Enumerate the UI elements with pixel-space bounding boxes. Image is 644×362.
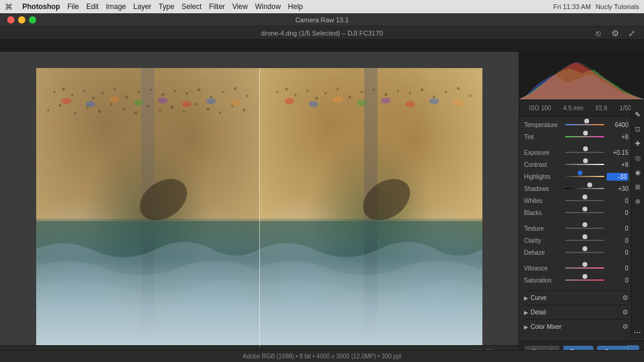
detail-section[interactable]: ▶ Detail ⚙ — [524, 305, 628, 319]
svg-point-32 — [219, 111, 221, 114]
tint-slider[interactable] — [565, 133, 604, 141]
layers-tool-button[interactable]: ⊞ — [632, 181, 644, 193]
photo-name: drone-4.dng (1/5 Selected) – DJI FC3170 — [261, 30, 383, 37]
svg-point-67 — [405, 101, 415, 107]
tint-value: +8 — [607, 134, 628, 140]
status-bar: Adobe RGB (1998) • 8 bit • 4000 x 3000 (… — [0, 350, 644, 362]
whites-slider[interactable] — [565, 196, 604, 205]
svg-point-36 — [86, 101, 95, 107]
traffic-lights — [7, 13, 36, 26]
vibrance-slider[interactable] — [565, 264, 604, 272]
edit-tool-button[interactable]: ✎ — [632, 108, 644, 120]
photo-before — [36, 68, 259, 346]
svg-point-58 — [433, 96, 435, 98]
menu-file[interactable]: File — [68, 2, 79, 11]
color-mixer-settings-icon[interactable]: ⚙ — [622, 323, 628, 331]
svg-point-20 — [74, 112, 77, 114]
svg-point-47 — [306, 90, 309, 92]
highlights-slider[interactable] — [565, 172, 604, 181]
svg-point-7 — [125, 95, 128, 98]
menu-help[interactable]: Help — [288, 2, 303, 11]
fullscreen-button[interactable] — [29, 16, 36, 23]
share-icon[interactable]: ⎋ — [592, 27, 604, 39]
tint-row: Tint +8 — [524, 133, 628, 141]
cameraraw-titlebar: drone-4.dng (1/5 Selected) – DJI FC3170 … — [0, 27, 644, 40]
status-text: Adobe RGB (1998) • 8 bit • 4000 x 3000 (… — [243, 353, 402, 360]
svg-point-68 — [429, 98, 439, 104]
svg-point-45 — [285, 87, 288, 90]
curve-label: Curve — [531, 295, 620, 301]
menu-view[interactable]: View — [232, 2, 248, 11]
svg-point-57 — [421, 88, 424, 91]
photo-split-divider[interactable] — [259, 68, 260, 346]
mask-tool-button[interactable]: ◎ — [632, 152, 644, 164]
menu-filter[interactable]: Filter — [209, 2, 225, 11]
shadows-slider[interactable] — [565, 184, 604, 193]
menu-window[interactable]: Window — [255, 2, 281, 11]
highlights-row: Highlights -33 — [524, 172, 628, 181]
photo-canvas[interactable] — [36, 68, 482, 346]
fullscreen-icon[interactable]: ⤢ — [626, 27, 638, 39]
contrast-label: Contrast — [524, 161, 563, 168]
texture-slider[interactable] — [565, 224, 604, 232]
svg-point-8 — [137, 91, 140, 93]
dehaze-slider[interactable] — [565, 248, 604, 257]
curve-settings-icon[interactable]: ⚙ — [622, 294, 628, 302]
svg-point-59 — [445, 91, 447, 93]
svg-point-66 — [381, 98, 391, 104]
svg-point-23 — [110, 103, 113, 105]
svg-point-29 — [183, 110, 185, 113]
clock: Fri 11:33 AM — [554, 3, 591, 10]
menubar: ⌘ Photoshop File Edit Image Layer Type S… — [0, 0, 644, 13]
texture-row: Texture 0 — [524, 224, 628, 232]
histogram — [519, 52, 644, 100]
app-title: Camera Raw 13.1 — [295, 16, 349, 23]
photo-wrapper: Fit (46.6%) 100% ☆ ☆ ☆ ☆ ☆ ⚑ — [0, 52, 519, 362]
crop-tool-button[interactable]: ⊡ — [632, 123, 644, 135]
menu-edit[interactable]: Edit — [86, 2, 99, 11]
svg-point-12 — [186, 92, 188, 95]
curve-section[interactable]: ▶ Curve ⚙ — [524, 290, 628, 305]
contrast-value: +8 — [607, 161, 628, 168]
menu-layer[interactable]: Layer — [133, 2, 151, 11]
svg-point-60 — [457, 87, 460, 90]
close-button[interactable] — [7, 16, 14, 23]
stamp-tool-button[interactable]: ⊗ — [632, 195, 644, 207]
svg-point-40 — [182, 101, 192, 107]
temperature-label: Temperature — [524, 122, 563, 128]
blacks-slider[interactable] — [565, 208, 604, 217]
apple-menu[interactable]: ⌘ — [5, 2, 13, 11]
svg-rect-70 — [259, 219, 482, 346]
menu-select[interactable]: Select — [182, 2, 201, 11]
highlights-label: Highlights — [524, 173, 563, 180]
color-mixer-section[interactable]: ▶ Color Mixer ⚙ — [524, 319, 628, 334]
settings-icon[interactable]: ⚙ — [609, 27, 621, 39]
highlights-value[interactable]: -33 — [607, 173, 628, 181]
right-panel: ISO 100 4.5 mm f/2.8 1/50s ✎ ⊡ ✚ ◎ ◉ ⊞ ⊗… — [519, 52, 644, 362]
svg-point-46 — [294, 94, 297, 96]
svg-rect-43 — [36, 219, 259, 346]
eye-tool-button[interactable]: ◉ — [632, 166, 644, 178]
temperature-slider[interactable] — [565, 120, 604, 129]
minimize-button[interactable] — [18, 16, 25, 23]
detail-settings-icon[interactable]: ⚙ — [622, 308, 628, 316]
svg-point-22 — [98, 110, 101, 113]
heal-tool-button[interactable]: ✚ — [632, 137, 644, 149]
contrast-slider[interactable] — [565, 160, 604, 169]
detail-chevron: ▶ — [524, 310, 528, 316]
more-tools-button[interactable]: ••• — [632, 326, 644, 338]
clarity-row: Clarity 0 — [524, 236, 628, 245]
svg-point-51 — [349, 95, 352, 98]
clarity-slider[interactable] — [565, 236, 604, 245]
svg-point-18 — [47, 109, 49, 111]
menu-image[interactable]: Image — [106, 2, 126, 11]
menu-photoshop[interactable]: Photoshop — [22, 2, 60, 11]
svg-point-26 — [147, 105, 149, 107]
svg-point-27 — [159, 109, 161, 111]
svg-point-24 — [122, 108, 125, 110]
cr-title-actions: ⎋ ⚙ ⤢ — [592, 27, 638, 39]
saturation-slider[interactable] — [565, 276, 604, 284]
svg-point-37 — [110, 96, 119, 102]
menu-type[interactable]: Type — [159, 2, 174, 11]
exposure-slider[interactable] — [565, 148, 604, 157]
